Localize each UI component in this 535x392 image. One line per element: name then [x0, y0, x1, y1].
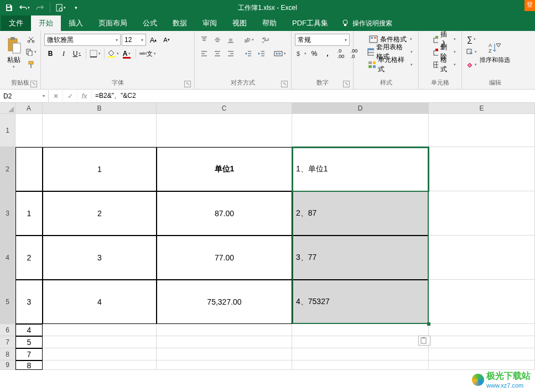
cell-B8[interactable] [43, 348, 157, 360]
cell-A3[interactable]: 1 [15, 191, 43, 236]
cell-B7[interactable] [43, 336, 157, 348]
alignment-launcher[interactable]: ⤡ [281, 81, 288, 87]
align-center-button[interactable] [211, 48, 224, 60]
cell-B4[interactable]: 3 [43, 236, 157, 280]
align-right-button[interactable] [225, 48, 237, 60]
tab-review[interactable]: 审阅 [195, 15, 225, 31]
autosum-button[interactable]: ∑ [465, 33, 477, 45]
cell-C7[interactable] [157, 336, 292, 348]
cell-B2[interactable]: 1 [43, 147, 157, 191]
number-launcher[interactable]: ⤡ [343, 81, 350, 87]
cell-E4[interactable] [429, 236, 535, 280]
cell-D1[interactable] [292, 114, 429, 147]
fill-handle[interactable] [427, 322, 430, 326]
cell-A8[interactable]: 7 [15, 348, 43, 360]
row-header-8[interactable]: 8 [0, 348, 15, 360]
cell-C2[interactable]: 单位1 [157, 147, 292, 191]
font-color-button[interactable]: A [121, 48, 133, 60]
row-header-6[interactable]: 6 [0, 324, 15, 336]
login-button[interactable]: 登 [524, 0, 535, 11]
cell-C8[interactable] [157, 348, 292, 360]
sort-filter-button[interactable]: AZ 排序和筛选 [479, 33, 511, 71]
phonetic-button[interactable]: wén文 [139, 48, 157, 60]
cell-C6[interactable] [157, 324, 292, 336]
tab-help[interactable]: 帮助 [254, 15, 284, 31]
redo-icon[interactable] [33, 1, 46, 14]
cell-D6[interactable] [292, 324, 429, 336]
row-header-5[interactable]: 5 [0, 280, 15, 324]
tab-home[interactable]: 开始 [31, 15, 61, 31]
clear-button[interactable] [465, 59, 477, 71]
enter-formula-button[interactable]: ✓ [63, 90, 77, 102]
cell-D7[interactable] [292, 336, 429, 348]
row-header-9[interactable]: 9 [0, 360, 15, 370]
cell-A2[interactable] [15, 147, 43, 191]
cell-A4[interactable]: 2 [15, 236, 43, 280]
row-header-7[interactable]: 7 [0, 336, 15, 348]
worksheet[interactable]: ABCDE 123456789 1单位11、单位11287.002、872377… [0, 103, 535, 392]
cell-A1[interactable] [15, 114, 43, 147]
cell-B1[interactable] [43, 114, 157, 147]
copy-button[interactable] [25, 46, 37, 58]
underline-button[interactable]: U [71, 48, 83, 60]
cell-B3[interactable]: 2 [43, 191, 157, 236]
formula-input[interactable]: =B2&"、"&C2 [92, 91, 535, 101]
select-all-corner[interactable] [0, 103, 15, 113]
increase-decimal-button[interactable]: .0.00 [335, 48, 347, 60]
accounting-format-button[interactable]: $ [295, 48, 307, 60]
cell-D5[interactable]: 4、75327 [292, 280, 429, 324]
cell-D9[interactable] [292, 360, 429, 370]
format-cells-button[interactable]: 格式▾ [422, 59, 458, 71]
name-box[interactable]: D2▾ [0, 90, 49, 102]
col-header-B[interactable]: B [43, 103, 157, 113]
row-header-2[interactable]: 2 [0, 147, 15, 191]
cell-E6[interactable] [429, 324, 535, 336]
cell-A9[interactable]: 8 [15, 360, 43, 370]
align-top-button[interactable] [198, 34, 210, 46]
fill-color-button[interactable] [107, 48, 120, 60]
paste-button[interactable]: 粘贴 ▾ [3, 33, 24, 71]
comma-button[interactable]: , [321, 48, 334, 60]
tab-file[interactable]: 文件 [1, 15, 31, 31]
cell-E9[interactable] [429, 360, 535, 370]
wrap-text-button[interactable]: abc [260, 34, 272, 46]
orientation-button[interactable]: ab [242, 34, 254, 46]
cell-E3[interactable] [429, 191, 535, 236]
undo-icon[interactable]: ▾ [18, 1, 31, 14]
cell-B9[interactable] [43, 360, 157, 370]
cell-C1[interactable] [157, 114, 292, 147]
col-header-A[interactable]: A [15, 103, 43, 113]
cancel-formula-button[interactable]: ✕ [49, 90, 63, 102]
cell-E5[interactable] [429, 280, 535, 324]
cut-button[interactable] [25, 33, 37, 45]
align-left-button[interactable] [198, 48, 210, 60]
bold-button[interactable]: B [44, 48, 56, 60]
cell-C5[interactable]: 75,327.00 [157, 280, 292, 324]
qat-customize-icon[interactable]: ▾ [69, 1, 82, 14]
cell-B5[interactable]: 4 [43, 280, 157, 324]
tab-pdf[interactable]: PDF工具集 [284, 15, 336, 31]
paste-options-button[interactable] [418, 336, 430, 346]
save-icon[interactable] [2, 1, 15, 14]
increase-font-button[interactable]: A▴ [147, 34, 159, 46]
italic-button[interactable]: I [58, 48, 70, 60]
row-header-3[interactable]: 3 [0, 191, 15, 236]
cell-D4[interactable]: 3、77 [292, 236, 429, 280]
align-middle-button[interactable] [211, 34, 224, 46]
align-bottom-button[interactable] [225, 34, 237, 46]
cell-A5[interactable]: 3 [15, 280, 43, 324]
col-header-C[interactable]: C [157, 103, 292, 113]
cell-A7[interactable]: 5 [15, 336, 43, 348]
increase-indent-button[interactable] [256, 48, 268, 60]
decrease-font-button[interactable]: A▾ [160, 34, 173, 46]
fill-button[interactable] [465, 46, 477, 58]
number-format-combo[interactable]: 常规▾ [295, 34, 350, 46]
row-header-4[interactable]: 4 [0, 236, 15, 280]
col-header-D[interactable]: D [292, 103, 429, 113]
cell-E1[interactable] [429, 114, 535, 147]
borders-button[interactable] [89, 48, 101, 60]
cell-styles-button[interactable]: 单元格样式▾ [357, 59, 415, 71]
font-launcher[interactable]: ⤡ [184, 81, 191, 87]
percent-button[interactable]: % [308, 48, 320, 60]
fx-button[interactable]: fx [77, 90, 92, 102]
